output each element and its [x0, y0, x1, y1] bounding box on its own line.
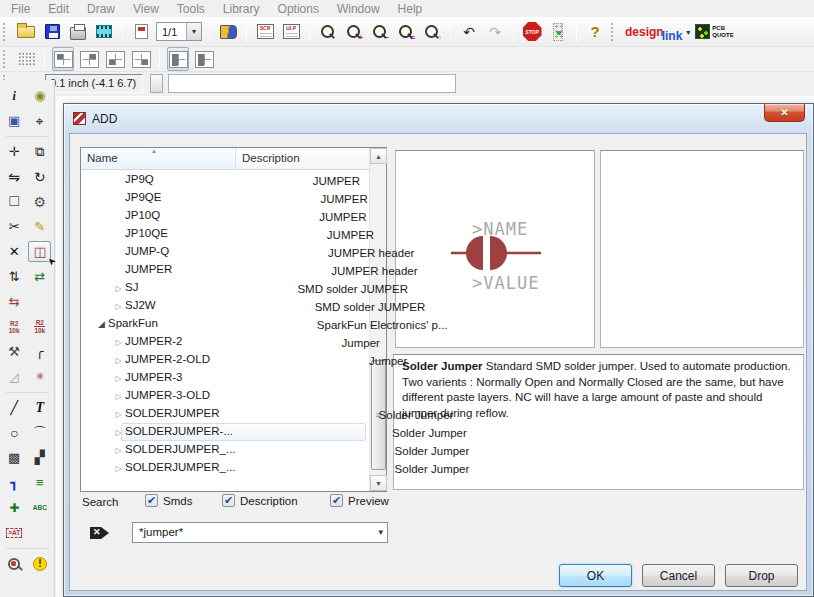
mark-tool[interactable]: ⌖	[28, 110, 51, 131]
go-button[interactable]	[547, 20, 569, 44]
tree-collapsed-icon[interactable]: ▷	[112, 464, 125, 473]
zoom-out-button[interactable]: −	[369, 20, 391, 44]
tree-collapsed-icon[interactable]: ▷	[112, 302, 125, 311]
export-image-button[interactable]	[93, 20, 115, 44]
tree-collapsed-icon[interactable]: ▷	[112, 356, 125, 365]
list-row[interactable]: JP9QJUMPER	[81, 171, 369, 189]
menu-options[interactable]: Options	[269, 1, 328, 17]
use-library-button[interactable]	[217, 20, 239, 44]
dialog-titlebar[interactable]: ADD	[64, 104, 813, 133]
undo-button[interactable]: ↶	[458, 20, 480, 44]
clear-filter-button[interactable]: ✕	[90, 525, 109, 541]
menu-window[interactable]: Window	[328, 1, 389, 17]
list-row[interactable]: ▷SOLDERJUMPER-...Solder Jumper	[81, 423, 369, 441]
rotate-tool[interactable]: ↻	[28, 166, 51, 187]
quadrant-bottom-left-button[interactable]	[104, 47, 126, 71]
menu-edit[interactable]: Edit	[39, 1, 78, 17]
miter-tool[interactable]: ╭	[28, 341, 51, 362]
zoom-select-button[interactable]: =	[395, 20, 417, 44]
menu-view[interactable]: View	[124, 1, 168, 17]
print-button[interactable]	[67, 20, 89, 44]
command-history-button[interactable]	[150, 74, 163, 93]
command-input[interactable]	[168, 74, 456, 93]
arc-tool[interactable]: ⌒	[28, 422, 51, 443]
cut-tool[interactable]: ✂	[3, 216, 26, 237]
invoke-tool[interactable]: ✳	[28, 366, 51, 387]
delete-tool[interactable]: ✕	[3, 241, 26, 262]
tree-collapsed-icon[interactable]: ▷	[112, 446, 125, 455]
toolbar-grip[interactable]	[3, 23, 9, 41]
tree-expanded-icon[interactable]: ◢	[95, 319, 108, 329]
chevron-down-icon[interactable]: ▾	[686, 28, 690, 37]
open-button[interactable]	[15, 20, 37, 44]
cancel-button[interactable]: Cancel	[642, 564, 715, 587]
column-header-name[interactable]: Name ▲	[81, 148, 236, 170]
bus-tool[interactable]: ┓	[3, 472, 26, 493]
description-checkbox[interactable]: ✔Description	[222, 494, 298, 507]
split-tool[interactable]: ◿	[3, 366, 26, 387]
tree-collapsed-icon[interactable]: ▷	[112, 410, 125, 419]
polygon-tool[interactable]: ▞	[28, 447, 51, 468]
help-button[interactable]: ?	[584, 20, 606, 44]
smash-tool[interactable]: ⚒	[3, 341, 26, 362]
list-row[interactable]: JUMPERJUMPER header	[81, 261, 369, 279]
circle-tool[interactable]: ○	[3, 422, 26, 443]
display-tool[interactable]: ▣	[3, 110, 26, 131]
list-row[interactable]: ▷SJSMD solder JUMPER	[81, 279, 369, 297]
smds-checkbox[interactable]: ✔Smds	[145, 494, 192, 507]
toolbar-grip[interactable]	[3, 50, 9, 68]
erc-tool[interactable]	[3, 553, 26, 574]
paste-tool[interactable]: ✎	[28, 216, 51, 237]
zoom-fit-button[interactable]	[317, 20, 339, 44]
grid-button[interactable]	[15, 47, 37, 71]
save-button[interactable]	[41, 20, 63, 44]
list-row[interactable]: ▷SJ2WSMD solder JUMPER	[81, 297, 369, 315]
chevron-down-icon[interactable]: ▾	[186, 23, 201, 40]
pinswap-tool[interactable]: ⇅	[3, 266, 26, 287]
replace-tool[interactable]: ⇄	[28, 266, 51, 287]
copy-tool[interactable]: ⧉	[28, 141, 51, 162]
text-tool[interactable]: T	[28, 397, 51, 418]
name-tool[interactable]: R210k	[3, 316, 26, 337]
sheet-selector[interactable]: 1/1 ▾	[156, 22, 202, 41]
group-tool[interactable]: ☐	[3, 191, 26, 212]
tree-collapsed-icon[interactable]: ▷	[112, 374, 125, 383]
scroll-up-button[interactable]: ▲	[370, 148, 387, 164]
zoom-redraw-button[interactable]: ▫	[421, 20, 443, 44]
preview-checkbox[interactable]: ✔Preview	[330, 494, 389, 507]
errors-tool[interactable]: !	[28, 553, 51, 574]
scroll-down-button[interactable]: ▼	[370, 475, 387, 491]
list-row[interactable]: JP10QJUMPER	[81, 207, 369, 225]
change-tool[interactable]: ⚙	[28, 191, 51, 212]
stop-button[interactable]: STOP	[521, 20, 543, 44]
quadrant-top-right-button[interactable]	[78, 47, 100, 71]
quadrant-top-left-button[interactable]	[52, 47, 74, 71]
tree-collapsed-icon[interactable]: ▷	[112, 392, 125, 401]
gateswap-tool[interactable]: ⇆	[3, 291, 26, 312]
menu-draw[interactable]: Draw	[78, 1, 124, 17]
list-row[interactable]: ▷JUMPER-3-OLD	[81, 387, 369, 405]
move-tool[interactable]: ✛	[3, 141, 26, 162]
designlink-button[interactable]: design link ▾	[625, 25, 693, 39]
chevron-down-icon[interactable]: ▾	[378, 527, 383, 537]
rect-tool[interactable]: ▩	[3, 447, 26, 468]
wire-tool[interactable]: ╱	[3, 397, 26, 418]
filter-combobox[interactable]: *jumper* ▾	[132, 522, 388, 543]
checkbox-box[interactable]: ✔	[222, 494, 235, 507]
menu-help[interactable]: Help	[389, 1, 432, 17]
attribute-tool[interactable]: >AT	[3, 522, 26, 543]
value-tool[interactable]: R210k	[28, 316, 51, 337]
menu-library[interactable]: Library	[214, 1, 269, 17]
list-row[interactable]: ▷JUMPER-2-OLDJumper	[81, 351, 369, 369]
list-row[interactable]: ◢SparkFunSparkFun Electronics' p...	[81, 315, 369, 333]
half-left-alt-button[interactable]	[193, 47, 215, 71]
show-tool[interactable]: ◉	[28, 85, 51, 106]
column-header-description[interactable]: Description	[236, 148, 386, 170]
list-row[interactable]: JUMP-QJUMPER header	[81, 243, 369, 261]
toolbar-grip[interactable]	[611, 23, 617, 41]
menu-file[interactable]: File	[2, 1, 39, 17]
menu-tools[interactable]: Tools	[168, 1, 214, 17]
list-row[interactable]: ▷SOLDERJUMPER_...Solder Jumper	[81, 441, 369, 459]
quadrant-bottom-right-button[interactable]	[130, 47, 152, 71]
list-row[interactable]: JP10QEJUMPER	[81, 225, 369, 243]
